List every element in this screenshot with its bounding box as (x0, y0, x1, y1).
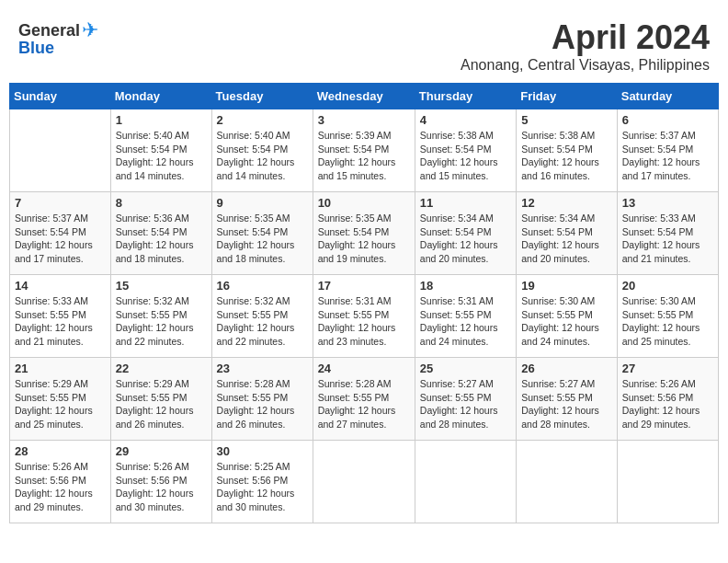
day-info: Sunrise: 5:40 AM Sunset: 5:54 PM Dayligh… (217, 129, 308, 183)
day-number: 22 (116, 362, 207, 375)
day-number: 13 (622, 196, 713, 210)
day-number: 11 (420, 196, 511, 210)
column-header-wednesday: Wednesday (313, 84, 415, 109)
calendar-day-cell: 12Sunrise: 5:34 AM Sunset: 5:54 PM Dayli… (517, 192, 618, 275)
calendar-day-cell: 22Sunrise: 5:29 AM Sunset: 5:55 PM Dayli… (110, 358, 211, 441)
day-info: Sunrise: 5:31 AM Sunset: 5:55 PM Dayligh… (318, 294, 410, 349)
calendar-day-cell: 28Sunrise: 5:26 AM Sunset: 5:56 PM Dayli… (10, 441, 111, 523)
day-info: Sunrise: 5:38 AM Sunset: 5:54 PM Dayligh… (521, 129, 612, 183)
calendar-header-row: SundayMondayTuesdayWednesdayThursdayFrid… (10, 84, 719, 109)
day-number: 21 (15, 362, 106, 375)
logo: General ✈ Blue (18, 18, 98, 58)
calendar-day-cell: 18Sunrise: 5:31 AM Sunset: 5:55 PM Dayli… (415, 275, 516, 358)
calendar-day-cell: 11Sunrise: 5:34 AM Sunset: 5:54 PM Dayli… (415, 192, 516, 275)
day-info: Sunrise: 5:38 AM Sunset: 5:54 PM Dayligh… (420, 129, 511, 183)
day-number: 17 (318, 279, 410, 293)
day-info: Sunrise: 5:32 AM Sunset: 5:55 PM Dayligh… (217, 294, 308, 349)
calendar-day-cell: 10Sunrise: 5:35 AM Sunset: 5:54 PM Dayli… (313, 192, 415, 275)
day-info: Sunrise: 5:29 AM Sunset: 5:55 PM Dayligh… (15, 377, 106, 431)
column-header-thursday: Thursday (415, 84, 516, 109)
calendar-day-cell (10, 109, 111, 192)
day-number: 15 (116, 279, 207, 293)
calendar-day-cell: 24Sunrise: 5:28 AM Sunset: 5:55 PM Dayli… (313, 358, 415, 441)
calendar-day-cell (313, 441, 415, 523)
day-info: Sunrise: 5:33 AM Sunset: 5:55 PM Dayligh… (15, 294, 106, 349)
day-info: Sunrise: 5:27 AM Sunset: 5:55 PM Dayligh… (521, 377, 612, 431)
day-info: Sunrise: 5:30 AM Sunset: 5:55 PM Dayligh… (521, 294, 612, 349)
day-info: Sunrise: 5:30 AM Sunset: 5:55 PM Dayligh… (622, 294, 713, 349)
day-info: Sunrise: 5:34 AM Sunset: 5:54 PM Dayligh… (521, 212, 612, 266)
calendar-day-cell: 9Sunrise: 5:35 AM Sunset: 5:54 PM Daylig… (211, 192, 313, 275)
day-info: Sunrise: 5:34 AM Sunset: 5:54 PM Dayligh… (420, 212, 511, 266)
day-info: Sunrise: 5:32 AM Sunset: 5:55 PM Dayligh… (116, 294, 207, 349)
calendar-day-cell: 4Sunrise: 5:38 AM Sunset: 5:54 PM Daylig… (415, 109, 516, 192)
day-info: Sunrise: 5:28 AM Sunset: 5:55 PM Dayligh… (217, 377, 308, 431)
day-number: 10 (318, 196, 410, 210)
calendar-day-cell: 16Sunrise: 5:32 AM Sunset: 5:55 PM Dayli… (211, 275, 313, 358)
day-info: Sunrise: 5:29 AM Sunset: 5:55 PM Dayligh… (116, 377, 207, 431)
calendar-day-cell: 6Sunrise: 5:37 AM Sunset: 5:54 PM Daylig… (617, 109, 718, 192)
column-header-saturday: Saturday (617, 84, 718, 109)
day-number: 28 (15, 444, 106, 458)
calendar-day-cell: 19Sunrise: 5:30 AM Sunset: 5:55 PM Dayli… (517, 275, 618, 358)
day-number: 6 (622, 113, 713, 127)
calendar-day-cell: 29Sunrise: 5:26 AM Sunset: 5:56 PM Dayli… (110, 441, 211, 523)
day-info: Sunrise: 5:35 AM Sunset: 5:54 PM Dayligh… (318, 212, 410, 266)
day-info: Sunrise: 5:35 AM Sunset: 5:54 PM Dayligh… (217, 212, 308, 266)
day-info: Sunrise: 5:39 AM Sunset: 5:54 PM Dayligh… (318, 129, 410, 183)
calendar-day-cell: 15Sunrise: 5:32 AM Sunset: 5:55 PM Dayli… (110, 275, 211, 358)
day-number: 29 (116, 444, 207, 458)
title-block: April 2024 Anonang, Central Visayas, Phi… (461, 18, 710, 74)
calendar-body: 1Sunrise: 5:40 AM Sunset: 5:54 PM Daylig… (10, 109, 719, 523)
day-number: 24 (318, 362, 410, 375)
calendar-day-cell (415, 441, 516, 523)
calendar-day-cell: 30Sunrise: 5:25 AM Sunset: 5:56 PM Dayli… (211, 441, 313, 523)
day-number: 25 (420, 362, 511, 375)
calendar-day-cell: 13Sunrise: 5:33 AM Sunset: 5:54 PM Dayli… (617, 192, 718, 275)
day-number: 2 (217, 113, 308, 127)
day-number: 30 (217, 444, 308, 458)
column-header-monday: Monday (110, 84, 211, 109)
day-number: 1 (116, 113, 207, 127)
column-header-friday: Friday (517, 84, 618, 109)
calendar-week-1: 1Sunrise: 5:40 AM Sunset: 5:54 PM Daylig… (10, 109, 719, 192)
calendar-day-cell: 5Sunrise: 5:38 AM Sunset: 5:54 PM Daylig… (517, 109, 618, 192)
day-number: 19 (521, 279, 612, 293)
day-info: Sunrise: 5:40 AM Sunset: 5:54 PM Dayligh… (116, 129, 207, 183)
calendar-day-cell: 14Sunrise: 5:33 AM Sunset: 5:55 PM Dayli… (10, 275, 111, 358)
day-info: Sunrise: 5:36 AM Sunset: 5:54 PM Dayligh… (116, 212, 207, 266)
day-number: 4 (420, 113, 511, 127)
calendar-day-cell: 17Sunrise: 5:31 AM Sunset: 5:55 PM Dayli… (313, 275, 415, 358)
day-number: 3 (318, 113, 410, 127)
calendar-day-cell (517, 441, 618, 523)
day-number: 8 (116, 196, 207, 210)
calendar-day-cell: 26Sunrise: 5:27 AM Sunset: 5:55 PM Dayli… (517, 358, 618, 441)
calendar-day-cell: 1Sunrise: 5:40 AM Sunset: 5:54 PM Daylig… (110, 109, 211, 192)
calendar-day-cell: 2Sunrise: 5:40 AM Sunset: 5:54 PM Daylig… (211, 109, 313, 192)
day-info: Sunrise: 5:33 AM Sunset: 5:54 PM Dayligh… (622, 212, 713, 266)
day-number: 14 (15, 279, 106, 293)
calendar-week-4: 21Sunrise: 5:29 AM Sunset: 5:55 PM Dayli… (10, 358, 719, 441)
day-info: Sunrise: 5:37 AM Sunset: 5:54 PM Dayligh… (622, 129, 713, 183)
calendar-day-cell: 23Sunrise: 5:28 AM Sunset: 5:55 PM Dayli… (211, 358, 313, 441)
day-number: 5 (521, 113, 612, 127)
calendar-day-cell: 7Sunrise: 5:37 AM Sunset: 5:54 PM Daylig… (10, 192, 111, 275)
day-info: Sunrise: 5:37 AM Sunset: 5:54 PM Dayligh… (15, 212, 106, 266)
calendar-day-cell: 21Sunrise: 5:29 AM Sunset: 5:55 PM Dayli… (10, 358, 111, 441)
day-number: 7 (15, 196, 106, 210)
day-number: 27 (622, 362, 713, 375)
logo-blue-text: Blue (18, 39, 54, 58)
calendar-location: Anonang, Central Visayas, Philippines (461, 57, 710, 74)
day-number: 16 (217, 279, 308, 293)
calendar-day-cell: 25Sunrise: 5:27 AM Sunset: 5:55 PM Dayli… (415, 358, 516, 441)
day-info: Sunrise: 5:26 AM Sunset: 5:56 PM Dayligh… (15, 460, 106, 514)
day-number: 18 (420, 279, 511, 293)
day-number: 23 (217, 362, 308, 375)
page-header: General ✈ Blue April 2024 Anonang, Centr… (9, 9, 719, 77)
day-info: Sunrise: 5:31 AM Sunset: 5:55 PM Dayligh… (420, 294, 511, 349)
logo-bird-icon: ✈ (82, 18, 98, 42)
calendar-week-3: 14Sunrise: 5:33 AM Sunset: 5:55 PM Dayli… (10, 275, 719, 358)
calendar-day-cell: 27Sunrise: 5:26 AM Sunset: 5:56 PM Dayli… (617, 358, 718, 441)
day-number: 26 (521, 362, 612, 375)
column-header-sunday: Sunday (10, 84, 111, 109)
